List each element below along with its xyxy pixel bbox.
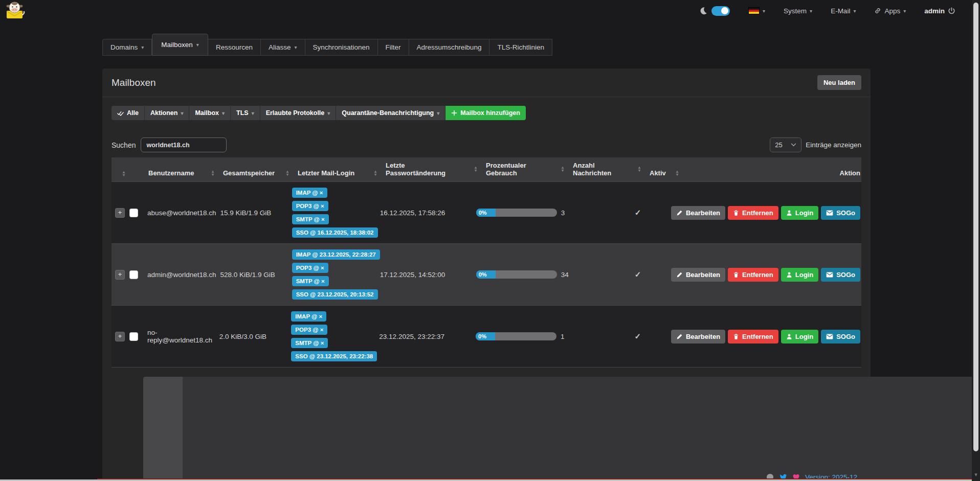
tab-ressourcen-label: Ressourcen (216, 43, 253, 51)
pencil-icon (676, 210, 683, 216)
top-action-toolbar: Alle Aktionen ▾ Mailbox ▾ TLS ▾ (102, 97, 871, 123)
envelope-icon (826, 210, 833, 216)
usage-progress-value: 0% (476, 332, 495, 340)
header-anzahl-nachrichten[interactable]: Anzahl Nachrichten ▴▾ (573, 162, 650, 177)
chevron-down-icon: ▾ (222, 110, 225, 116)
header-passwortaenderung[interactable]: Letzte Passwortänderung ▴▾ (386, 162, 486, 177)
chevron-down-icon: ▾ (810, 8, 812, 14)
trash-icon (733, 333, 739, 340)
tab-filter[interactable]: Filter (378, 39, 409, 56)
delete-button[interactable]: Entfernen (728, 330, 778, 343)
pagination-page-button[interactable]: 1 (183, 377, 980, 481)
vertical-scrollbar[interactable]: ▾ (972, 0, 980, 481)
header-letzter-mail-login[interactable]: Letzter Mail-Login ▴▾ (298, 169, 386, 177)
tab-ressourcen[interactable]: Ressourcen (208, 39, 261, 56)
tab-domains[interactable]: Domains ▾ (102, 39, 152, 56)
navbar-right: ▾ System ▾ E-Mail ▾ Apps ▾ admin (699, 6, 955, 16)
menu-system[interactable]: System ▾ (784, 7, 812, 15)
select-all-button[interactable]: Alle (112, 106, 145, 120)
tab-mailboxen[interactable]: Mailboxen ▾ (152, 34, 208, 56)
mailcow-logo[interactable] (4, 1, 27, 21)
mailbox-table: ▴▾ Benutzername ▴▾ Gesamtspeicher ▴▾ Let… (112, 157, 861, 368)
expand-row-button[interactable]: + (115, 270, 125, 280)
search-input[interactable] (141, 138, 227, 152)
pencil-icon (676, 271, 683, 278)
add-mailbox-button[interactable]: Mailbox hinzufügen (446, 106, 526, 120)
row-checkbox[interactable] (129, 332, 138, 341)
scrollbar-thumb[interactable] (973, 3, 978, 451)
edit-button[interactable]: Bearbeiten (671, 206, 725, 220)
mailbox-dropdown[interactable]: Mailbox ▾ (189, 106, 231, 120)
sogo-button[interactable]: SOGo (821, 268, 860, 282)
edit-button[interactable]: Bearbeiten (671, 268, 725, 282)
mailbox-username: no-reply@worldnet18.ch (147, 329, 219, 344)
power-icon[interactable] (948, 7, 955, 15)
scrollbar-down-arrow-icon[interactable]: ▾ (973, 471, 978, 478)
row-checkbox[interactable] (129, 270, 138, 279)
tab-synchronisationen-label: Synchronisationen (313, 43, 370, 51)
sort-icon: ▴▾ (676, 170, 683, 176)
chevron-down-icon: ▾ (853, 8, 856, 14)
message-count: 34 (561, 271, 635, 279)
page-size-value: 25 (775, 141, 782, 149)
row-checkbox[interactable] (129, 209, 138, 217)
menu-email[interactable]: E-Mail ▾ (831, 7, 856, 15)
last-login-badges: IMAP @ × POP3 @ × SMTP @ × SSO @ 16.12.2… (292, 182, 376, 243)
sso-badge: SSO @ 23.12.2025, 20:13:52 (292, 289, 378, 300)
delete-button[interactable]: Entfernen (728, 268, 778, 282)
tls-dropdown[interactable]: TLS ▾ (231, 106, 260, 120)
tab-adressumschreibung[interactable]: Adressumschreibung (409, 39, 490, 56)
expand-row-button[interactable]: + (115, 332, 125, 341)
header-gesamtspeicher[interactable]: Gesamtspeicher ▴▾ (223, 169, 298, 177)
page-size-select[interactable]: 25 (770, 138, 801, 152)
login-button[interactable]: Login (781, 206, 818, 220)
header-benutzername[interactable]: Benutzername ▴▾ (148, 169, 223, 177)
message-count: 3 (561, 209, 635, 217)
tab-aliasse[interactable]: Aliasse ▾ (261, 39, 305, 56)
aktionen-label: Aktionen (150, 109, 177, 117)
header-expand[interactable]: ▴▾ (112, 171, 130, 177)
row-actions: Bearbeiten Entfernen Login SOGo (671, 330, 861, 343)
expand-row-button[interactable]: + (115, 208, 125, 218)
select-all-label: Alle (127, 109, 139, 117)
chevron-down-icon: ▾ (903, 8, 906, 14)
dark-mode-toggle[interactable] (711, 6, 730, 16)
chevron-down-icon: ▾ (437, 110, 439, 116)
chevron-down-icon: ▾ (181, 110, 183, 116)
user-menu[interactable]: admin (924, 7, 955, 15)
sogo-button[interactable]: SOGo (821, 330, 860, 343)
password-change-date: 23.12.2025, 23:22:37 (379, 333, 476, 340)
usage-progress-value: 0% (476, 270, 496, 279)
smtp-badge: SMTP @ × (291, 338, 328, 348)
chevron-down-icon: ▾ (294, 44, 297, 50)
search-row: Suchen 25 Einträge anzeigen (112, 138, 861, 152)
sort-icon: ▴▾ (212, 170, 219, 176)
header-prozentualer-gebrauch[interactable]: Prozentualer Gebrauch ▴▾ (486, 162, 573, 177)
card-header: Mailboxen Neu laden (102, 68, 871, 97)
pagination-prev-button[interactable]: ZURÜCK (143, 377, 183, 481)
tab-tls-richtlinien[interactable]: TLS-Richtlinien (489, 39, 552, 56)
edit-button[interactable]: Bearbeiten (671, 330, 725, 343)
active-check-icon: ✓ (635, 208, 641, 217)
tab-synchronisationen[interactable]: Synchronisationen (305, 39, 378, 56)
chevron-down-icon: ▾ (763, 8, 765, 14)
protokolle-dropdown[interactable]: Erlaubte Protokolle ▾ (260, 106, 337, 120)
login-button[interactable]: Login (781, 330, 818, 343)
envelope-icon (826, 272, 833, 278)
language-selector[interactable]: ▾ (748, 7, 765, 14)
tab-aliasse-label: Aliasse (269, 43, 291, 51)
protokolle-label: Erlaubte Protokolle (266, 109, 325, 117)
sogo-button[interactable]: SOGo (821, 206, 860, 220)
delete-button[interactable]: Entfernen (728, 206, 778, 220)
quarantaene-dropdown[interactable]: Quarantäne-Benachrichtigung ▾ (336, 106, 446, 120)
reload-button[interactable]: Neu laden (817, 75, 861, 90)
tab-mailboxen-label: Mailboxen (161, 41, 193, 49)
login-button[interactable]: Login (781, 268, 818, 282)
aktionen-dropdown[interactable]: Aktionen ▾ (145, 106, 190, 120)
tab-domains-label: Domains (110, 43, 138, 51)
chevron-down-icon (791, 143, 796, 147)
row-actions: Bearbeiten Entfernen Login SOGo (671, 268, 861, 282)
menu-apps[interactable]: Apps ▾ (874, 7, 906, 15)
person-icon (786, 271, 792, 278)
header-aktiv[interactable]: Aktiv ▴▾ (650, 169, 687, 177)
